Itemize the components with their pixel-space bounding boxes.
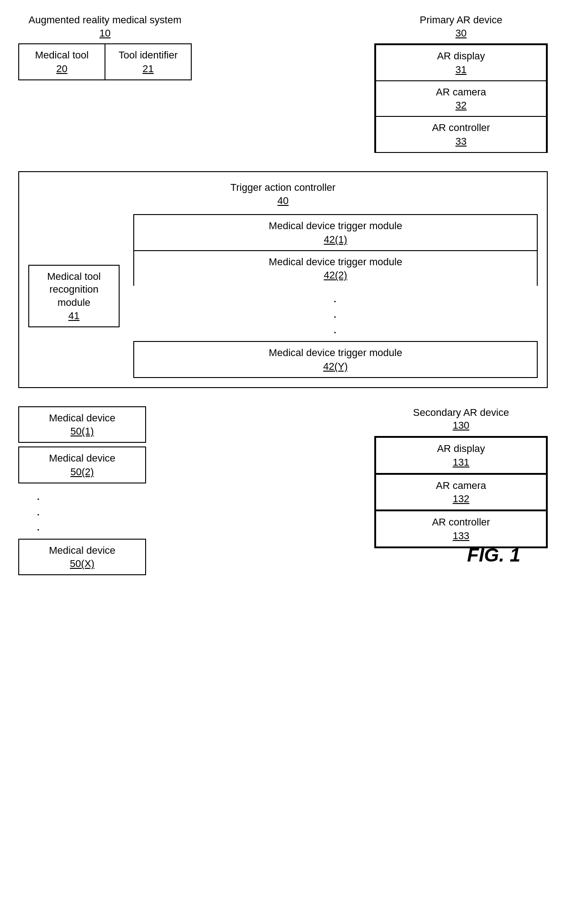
medical-device-x-box: Medical device 50(X) bbox=[18, 539, 146, 576]
recognition-module-box: Medical tool recognition module 41 bbox=[28, 265, 120, 328]
primary-ar-device-label: Primary AR device 30 bbox=[374, 14, 548, 40]
device-dots: . . . bbox=[18, 483, 146, 539]
diagram: Augmented reality medical system 10 Medi… bbox=[18, 14, 548, 575]
medical-devices-container: Medical device 50(1) Medical device 50(2… bbox=[18, 406, 146, 576]
trigger-action-controller: Trigger action controller 40 Medical too… bbox=[18, 171, 548, 388]
trigger-module-y-box: Medical device trigger module 42(Y) bbox=[133, 341, 538, 378]
primary-ar-display-box: AR display 31 bbox=[375, 44, 547, 80]
primary-ar-camera-box: AR camera 32 bbox=[375, 80, 547, 116]
trigger-action-controller-label: Trigger action controller 40 bbox=[28, 181, 538, 207]
section1: Augmented reality medical system 10 Medi… bbox=[18, 14, 548, 153]
medical-tool-box: Medical tool 20 bbox=[18, 43, 105, 80]
secondary-ar-device-label: Secondary AR device 130 bbox=[374, 406, 548, 432]
trigger-modules: Medical device trigger module 42(1) Medi… bbox=[133, 214, 538, 378]
primary-ar-controller-box: AR controller 33 bbox=[375, 116, 547, 152]
primary-ar-device-wrapper: AR display 31 AR camera 32 AR controller… bbox=[374, 43, 548, 153]
trigger-dots: . . . bbox=[133, 286, 538, 341]
medical-tools-row: Medical tool 20 Tool identifier 21 bbox=[18, 43, 192, 80]
tool-identifier-box: Tool identifier 21 bbox=[105, 43, 192, 80]
medical-device-2-box: Medical device 50(2) bbox=[18, 446, 146, 483]
medical-device-1-box: Medical device 50(1) bbox=[18, 406, 146, 443]
secondary-ar-device-wrapper: AR display 131 AR camera 132 AR controll… bbox=[374, 436, 548, 548]
primary-ar-inner-boxes: AR display 31 AR camera 32 AR controller… bbox=[375, 44, 547, 152]
ar-medical-system: Augmented reality medical system 10 Medi… bbox=[18, 14, 192, 80]
section2-inner: Medical tool recognition module 41 Medic… bbox=[28, 214, 538, 378]
secondary-ar-display-box: AR display 131 bbox=[375, 437, 547, 474]
ar-medical-system-label: Augmented reality medical system 10 bbox=[18, 14, 192, 40]
primary-ar-device: Primary AR device 30 AR display 31 AR ca… bbox=[374, 14, 548, 153]
trigger-module-2-box: Medical device trigger module 42(2) bbox=[133, 250, 538, 286]
fig-label: FIG. 1 bbox=[467, 544, 520, 566]
secondary-ar-device: Secondary AR device 130 AR display 131 A… bbox=[374, 406, 548, 548]
secondary-ar-camera-box: AR camera 132 bbox=[375, 474, 547, 511]
secondary-ar-controller-box: AR controller 133 bbox=[375, 510, 547, 547]
trigger-module-1-box: Medical device trigger module 42(1) bbox=[133, 214, 538, 250]
